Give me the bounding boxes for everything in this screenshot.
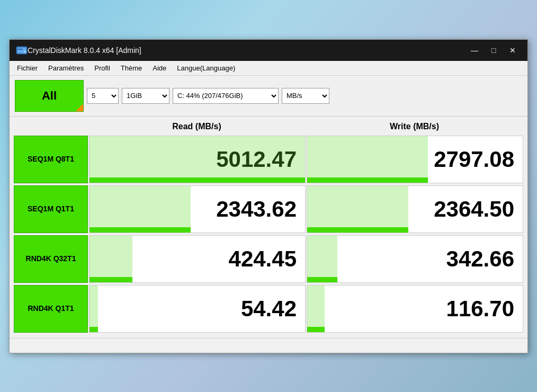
status-bar [10,338,527,353]
read-value-1: 2343.62 [89,185,306,233]
svg-point-2 [24,51,26,53]
row-label-3: RND4K Q1T1 [14,285,88,333]
menu-item-param-tres[interactable]: Paramètres [43,62,89,74]
menu-item-fichier[interactable]: Fichier [12,62,43,74]
size-select[interactable]: 1GiB 512MiB 4GiB [122,88,169,104]
read-value-0: 5012.47 [89,136,306,183]
write-value-0: 2797.08 [307,136,523,183]
read-header: Read (MB/s) [88,120,306,133]
window-controls: — □ ✕ [466,44,521,57]
menu-item-profil[interactable]: Profil [89,62,115,74]
write-value-1: 2364.50 [307,185,523,233]
data-rows: SEQ1M Q8T15012.472797.08SEQ1M Q1T12343.6… [14,136,523,333]
results-area: Read (MB/s) Write (MB/s) SEQ1M Q8T15012.… [10,117,527,338]
row-label-0: SEQ1M Q8T1 [14,136,88,183]
window-title: CrystalDiskMark 8.0.4 x64 [Admin] [28,46,466,55]
maximize-button[interactable]: □ [485,44,502,57]
write-header: Write (MB/s) [306,120,523,133]
read-value-3: 54.42 [89,285,306,333]
application-window: CrystalDiskMark 8.0.4 x64 [Admin] — □ ✕ … [9,39,528,353]
unit-select[interactable]: MB/s GB/s IOPS [282,88,329,104]
all-button[interactable]: All [15,80,84,112]
title-bar: CrystalDiskMark 8.0.4 x64 [Admin] — □ ✕ [10,40,527,61]
table-row: RND4K Q32T1424.45342.66 [14,235,523,283]
write-value-2: 342.66 [307,235,523,283]
write-value-3: 116.70 [307,285,523,333]
row-label-2: RND4K Q32T1 [14,235,88,283]
read-value-2: 424.45 [89,235,306,283]
app-icon [16,44,28,56]
svg-rect-3 [17,49,23,50]
menu-item-th-me[interactable]: Thème [115,62,147,74]
row-label-1: SEQ1M Q1T1 [14,185,88,233]
drive-select[interactable]: C: 44% (207/476GiB) [173,88,279,104]
close-button[interactable]: ✕ [504,44,521,57]
menu-item-aide[interactable]: Aide [147,62,172,74]
menu-bar: FichierParamètresProfilThèmeAideLangue(L… [10,61,527,76]
menu-item-langue-language-[interactable]: Langue(Language) [172,62,240,74]
table-row: SEQ1M Q1T12343.622364.50 [14,185,523,233]
column-headers: Read (MB/s) Write (MB/s) [14,120,523,133]
minimize-button[interactable]: — [466,44,483,57]
table-row: RND4K Q1T154.42116.70 [14,285,523,333]
toolbar: All 5 1 3 1GiB 512MiB 4GiB C: 44% (207/4… [10,76,527,117]
count-select[interactable]: 5 1 3 [87,88,119,104]
table-row: SEQ1M Q8T15012.472797.08 [14,136,523,183]
